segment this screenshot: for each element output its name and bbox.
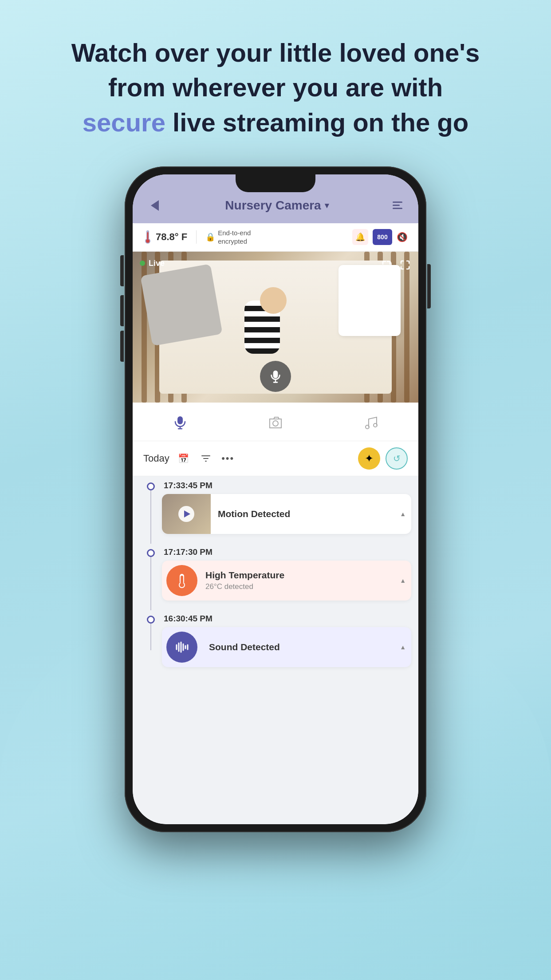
camera-control-button[interactable] [264, 411, 287, 434]
microphone-control-button[interactable] [169, 411, 191, 434]
slat-5 [404, 252, 409, 403]
event-card-motion[interactable]: Motion Detected ▲ [162, 494, 411, 534]
settings-button[interactable] [390, 199, 405, 212]
phone-notch [236, 174, 315, 192]
temperature-title: High Temperature [205, 570, 391, 581]
event-time-2: 17:17:30 PM [162, 547, 411, 557]
header-subtitle-inline: live streaming on the go [173, 108, 468, 137]
event-timeline-3 [140, 614, 162, 650]
play-triangle-icon [184, 510, 190, 518]
white-blanket [338, 265, 401, 336]
encrypted-label: End-to-endencrypted [218, 229, 251, 246]
settings-line-3 [393, 208, 402, 209]
status-icons-group: 🔔 800 🔇 [352, 229, 408, 245]
timeline-right-controls: ✦ ↺ [358, 447, 408, 470]
gray-blanket [140, 264, 222, 346]
phone-device: Nursery Camera ▾ [125, 166, 426, 832]
event-timeline-1 [140, 481, 162, 544]
event-card-temperature[interactable]: High Temperature 26°C detected ▲ [162, 561, 411, 601]
event-expand-1[interactable]: ▲ [394, 510, 411, 518]
encryption-section: 🔒 End-to-endencrypted [205, 229, 251, 246]
lock-icon: 🔒 [205, 232, 215, 242]
alarm-button[interactable]: 🔔 [352, 229, 368, 245]
mic-control-icon [172, 415, 188, 431]
events-list: 17:33:45 PM Motion Detected ▲ [133, 476, 418, 824]
microphone-icon [268, 369, 283, 383]
video-feed[interactable]: Live [133, 252, 418, 403]
boo-badge[interactable]: 800 [373, 229, 392, 245]
settings-line-2 [393, 205, 400, 206]
temperature-icon-circle [166, 565, 197, 596]
event-line-1 [150, 490, 151, 544]
calendar-button[interactable]: 📅 [176, 450, 192, 466]
expand-buttons [379, 258, 412, 272]
status-bar: 78.8° F 🔒 End-to-endencrypted 🔔 800 🔇 [133, 223, 418, 252]
event-thumbnail-1 [162, 494, 211, 534]
music-control-button[interactable] [360, 411, 382, 434]
event-body-2: 17:17:30 PM High [162, 547, 411, 601]
camera-title[interactable]: Nursery Camera ▾ [225, 198, 328, 213]
filter-button[interactable] [198, 450, 214, 466]
svg-rect-4 [273, 371, 278, 378]
controls-bar [133, 403, 418, 441]
settings-line-1 [393, 202, 402, 203]
mic-button[interactable] [260, 361, 291, 392]
starred-events-button[interactable]: ✦ [358, 447, 380, 470]
status-divider [196, 230, 197, 244]
svg-point-12 [180, 583, 184, 587]
event-expand-3[interactable]: ▲ [394, 644, 411, 651]
volume-off-icon: 🔇 [397, 232, 408, 242]
phone-inner: Nursery Camera ▾ [133, 174, 418, 824]
svg-rect-2 [147, 232, 149, 239]
back-button[interactable] [146, 197, 164, 214]
temperature-info: High Temperature 26°C detected [202, 570, 394, 591]
event-time-3: 16:30:45 PM [162, 614, 411, 624]
event-item-sound: 16:30:45 PM Sound Detected ▲ [133, 614, 418, 667]
live-label: Live [149, 259, 165, 268]
expand-button-2[interactable] [398, 258, 412, 272]
filter-icon [201, 454, 211, 463]
more-options-button[interactable]: ••• [220, 450, 236, 466]
play-button-1[interactable] [178, 506, 194, 522]
header-section: Watch over your little loved one's from … [71, 36, 480, 140]
event-item-temperature: 17:17:30 PM High [133, 547, 418, 610]
timeline-controls: Today 📅 ••• ✦ ↺ [133, 441, 418, 476]
event-expand-2[interactable]: ▲ [394, 577, 411, 584]
temperature-subtitle: 26°C detected [205, 582, 391, 591]
camera-name-label: Nursery Camera [225, 198, 321, 213]
more-dots-icon: ••• [221, 453, 234, 464]
header-highlight: secure [83, 108, 165, 137]
expand-icon-1 [381, 260, 392, 270]
expand-button-1[interactable] [379, 258, 394, 272]
svg-point-6 [273, 421, 278, 426]
calendar-icon: 📅 [178, 453, 189, 464]
event-time-1: 17:33:45 PM [162, 481, 411, 490]
volume-button[interactable]: 🔇 [397, 232, 408, 242]
event-line-3 [150, 624, 151, 650]
svg-rect-5 [177, 416, 183, 424]
camera-control-icon [268, 415, 283, 431]
replay-icon: ↺ [393, 453, 401, 464]
baby-head [260, 287, 287, 314]
temperature-value: 78.8° F [156, 231, 187, 243]
baby-figure [236, 283, 315, 371]
event-card-sound[interactable]: Sound Detected ▲ [162, 627, 411, 667]
thermometer-icon [143, 230, 152, 244]
event-dot-2 [147, 549, 155, 557]
replay-button[interactable]: ↺ [386, 447, 408, 470]
app-screen: Nursery Camera ▾ [133, 174, 418, 824]
today-label: Today [143, 453, 169, 464]
sound-wave-icon [174, 640, 189, 655]
motion-detected-label: Motion Detected [211, 509, 394, 519]
live-dot-icon [140, 261, 145, 266]
event-body-1: 17:33:45 PM Motion Detected ▲ [162, 481, 411, 534]
event-timeline-2 [140, 547, 162, 610]
event-item-motion: 17:33:45 PM Motion Detected ▲ [133, 481, 418, 544]
thermometer-large-icon [174, 573, 189, 588]
header-title: Watch over your little loved one's from … [71, 36, 480, 140]
fullscreen-icon [400, 260, 410, 270]
event-line-2 [150, 557, 151, 610]
svg-point-3 [146, 239, 150, 243]
sound-icon-circle [166, 632, 197, 663]
sound-detected-label: Sound Detected [202, 642, 394, 652]
